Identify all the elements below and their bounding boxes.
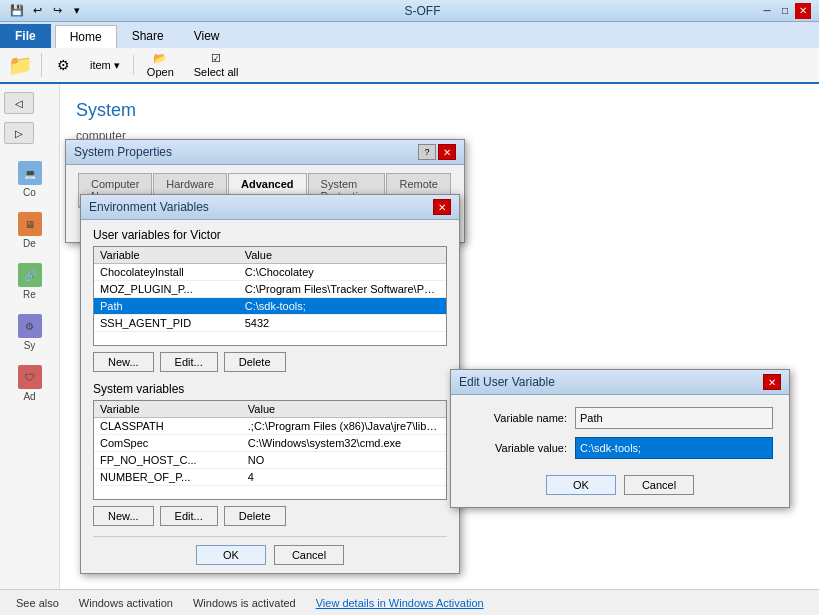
sys-var-row[interactable]: ComSpec C:\Windows\system32\cmd.exe — [94, 435, 446, 452]
env-vars-dialog: Environment Variables ✕ User variables f… — [80, 194, 460, 574]
sys-var-value: 4 — [242, 469, 446, 486]
advanced-icon: 🛡 — [18, 365, 42, 389]
sys-var-row[interactable]: FP_NO_HOST_C... NO — [94, 452, 446, 469]
edit-var-body: Variable name: Variable value: OK Cancel — [451, 395, 789, 507]
tab-share[interactable]: Share — [117, 24, 179, 48]
properties-icon: ⚙ — [57, 57, 70, 73]
minimize-icon[interactable]: ─ — [759, 3, 775, 19]
sys-props-close-btn[interactable]: ✕ — [438, 144, 456, 160]
system-vars-table-container[interactable]: Variable Value CLASSPATH .;C:\Program Fi… — [93, 400, 447, 500]
folder-icon: 📁 — [8, 53, 33, 77]
system-title: System — [76, 100, 803, 121]
user-var-name: MOZ_PLUGIN_P... — [94, 281, 239, 298]
properties-btn[interactable]: ⚙ — [50, 54, 77, 76]
user-var-name-selected: Path — [94, 298, 239, 315]
sys-props-title: System Properties — [74, 145, 172, 159]
computer-icon: 💻 — [18, 161, 42, 185]
see-also-label: See also — [16, 597, 59, 609]
remote-icon: 🔗 — [18, 263, 42, 287]
sys-new-btn[interactable]: New... — [93, 506, 154, 526]
sys-var-value: .;C:\Program Files (x86)\Java\jre7\lib\e… — [242, 418, 446, 435]
sidebar-label-co: Co — [23, 187, 36, 198]
tab-file[interactable]: File — [0, 24, 51, 48]
env-vars-cancel-btn[interactable]: Cancel — [274, 545, 344, 565]
save-icon[interactable]: 💾 — [8, 2, 26, 20]
system-vars-section-title: System variables — [93, 382, 447, 396]
open-btn[interactable]: 📂 Open — [140, 49, 181, 81]
dropdown-icon[interactable]: ▾ — [68, 2, 86, 20]
activation-link[interactable]: View details in Windows Activation — [316, 597, 484, 609]
edit-var-close-btn[interactable]: ✕ — [763, 374, 781, 390]
env-vars-ok-btn[interactable]: OK — [196, 545, 266, 565]
env-vars-bottom-btns: OK Cancel — [93, 536, 447, 565]
forward-btn[interactable]: ▷ — [4, 122, 34, 144]
user-delete-btn[interactable]: Delete — [224, 352, 286, 372]
tab-home[interactable]: Home — [55, 25, 117, 48]
sys-var-name: NUMBER_OF_P... — [94, 469, 242, 486]
var-name-input[interactable] — [575, 407, 773, 429]
sys-var-row[interactable]: NUMBER_OF_P... 4 — [94, 469, 446, 486]
user-var-row[interactable]: SSH_AGENT_PID 5432 — [94, 315, 446, 332]
sys-var-name: CLASSPATH — [94, 418, 242, 435]
var-value-row: Variable value: — [467, 437, 773, 459]
sidebar-label-ad: Ad — [23, 391, 35, 402]
system-vars-btn-row: New... Edit... Delete — [93, 506, 447, 526]
maximize-icon[interactable]: □ — [777, 3, 793, 19]
sidebar-item-remote[interactable]: 🔗 Re — [4, 258, 55, 305]
sys-props-titlebar: System Properties ? ✕ — [66, 140, 464, 165]
var-value-input[interactable] — [575, 437, 773, 459]
sys-var-value: NO — [242, 452, 446, 469]
device-icon: 🖥 — [18, 212, 42, 236]
user-var-row[interactable]: ChocolateyInstall C:\Chocolatey — [94, 264, 446, 281]
item-btn[interactable]: item ▾ — [83, 56, 127, 75]
sys-col-value: Value — [242, 401, 446, 418]
user-vars-table-container[interactable]: Variable Value ChocolateyInstall C:\Choc… — [93, 246, 447, 346]
open-icon: 📂 — [153, 52, 167, 65]
window-close-icon[interactable]: ✕ — [795, 3, 811, 19]
item-label: item ▾ — [90, 59, 120, 72]
sidebar: ◁ ▷ 💻 Co 🖥 De 🔗 Re ⚙ Sy 🛡 Ad — [0, 84, 60, 615]
sys-delete-btn[interactable]: Delete — [224, 506, 286, 526]
window-controls: ─ □ ✕ — [759, 3, 811, 19]
edit-var-cancel-btn[interactable]: Cancel — [624, 475, 694, 495]
sys-props-help-btn[interactable]: ? — [418, 144, 436, 160]
sidebar-item-system[interactable]: ⚙ Sy — [4, 309, 55, 356]
edit-var-bottom-btns: OK Cancel — [467, 467, 773, 495]
separator — [133, 55, 134, 75]
back-btn[interactable]: ◁ — [4, 92, 34, 114]
main-area: ◁ ▷ 💻 Co 🖥 De 🔗 Re ⚙ Sy 🛡 Ad System comp… — [0, 84, 819, 615]
user-var-name: SSH_AGENT_PID — [94, 315, 239, 332]
var-value-label: Variable value: — [467, 442, 567, 454]
tab-view[interactable]: View — [179, 24, 235, 48]
edit-user-variable-dialog: Edit User Variable ✕ Variable name: Vari… — [450, 369, 790, 508]
sys-edit-btn[interactable]: Edit... — [160, 506, 218, 526]
status-bar: See also Windows activation Windows is a… — [0, 589, 819, 615]
sys-var-value: C:\Windows\system32\cmd.exe — [242, 435, 446, 452]
user-var-row[interactable]: MOZ_PLUGIN_P... C:\Program Files\Tracker… — [94, 281, 446, 298]
sys-var-row[interactable]: CLASSPATH .;C:\Program Files (x86)\Java\… — [94, 418, 446, 435]
user-var-value-selected: C:\sdk-tools; — [239, 298, 446, 315]
user-var-name: ChocolateyInstall — [94, 264, 239, 281]
quick-access-toolbar: 💾 ↩ ↪ ▾ — [8, 2, 86, 20]
user-var-value: C:\Program Files\Tracker Software\PDF ..… — [239, 281, 446, 298]
edit-var-ok-btn[interactable]: OK — [546, 475, 616, 495]
user-var-row-selected[interactable]: Path C:\sdk-tools; — [94, 298, 446, 315]
ribbon-tabs: File Home Share View — [0, 22, 819, 48]
sidebar-item-computer[interactable]: 💻 Co — [4, 156, 55, 203]
edit-var-title: Edit User Variable — [459, 375, 555, 389]
system-icon: ⚙ — [18, 314, 42, 338]
redo-icon[interactable]: ↪ — [48, 2, 66, 20]
activation-label: Windows activation — [79, 597, 173, 609]
user-edit-btn[interactable]: Edit... — [160, 352, 218, 372]
undo-icon[interactable]: ↩ — [28, 2, 46, 20]
env-vars-titlebar: Environment Variables ✕ — [81, 195, 459, 220]
sidebar-label-re: Re — [23, 289, 36, 300]
env-vars-close-btn[interactable]: ✕ — [433, 199, 451, 215]
sidebar-item-device[interactable]: 🖥 De — [4, 207, 55, 254]
var-name-row: Variable name: — [467, 407, 773, 429]
user-new-btn[interactable]: New... — [93, 352, 154, 372]
env-vars-body: User variables for Victor Variable Value… — [81, 220, 459, 573]
select-all-icon: ☑ — [211, 52, 221, 65]
select-all-btn[interactable]: ☑ Select all — [187, 49, 246, 81]
sidebar-item-advanced[interactable]: 🛡 Ad — [4, 360, 55, 407]
